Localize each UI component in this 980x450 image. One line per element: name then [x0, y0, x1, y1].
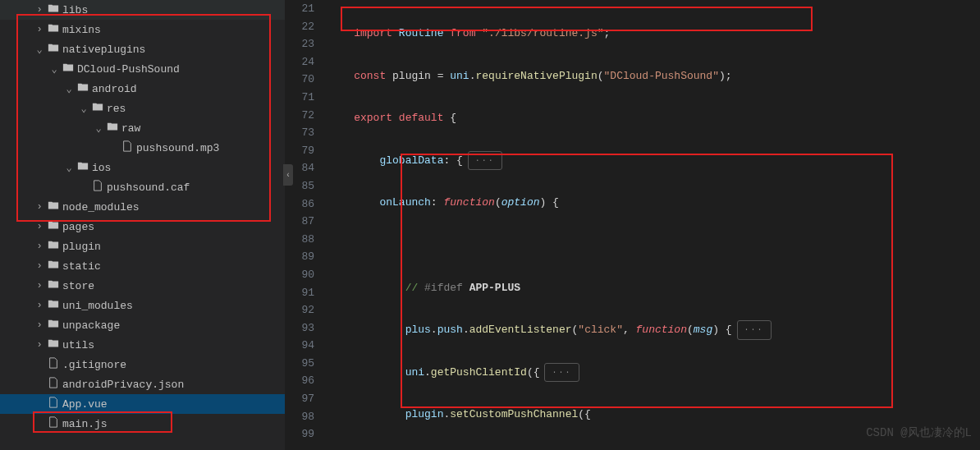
code-line: import Routine from "./libs/routine.js";	[328, 25, 980, 43]
line-number: 91	[286, 284, 314, 302]
chevron-right-icon: ›	[33, 339, 46, 351]
tree-label: static	[61, 260, 101, 273]
code-content[interactable]: import Routine from "./libs/routine.js";…	[322, 0, 980, 450]
line-number-gutter: 21 22 23 24 70 71 72 73 79 84 85 86 87 8…	[286, 0, 322, 450]
line-number: 87	[286, 213, 314, 231]
tree-label: libs	[61, 4, 88, 16]
tree-item-nativeplugins[interactable]: ⌄nativeplugins	[0, 39, 285, 59]
tree-item-dcloud-pushsound[interactable]: ⌄DCloud-PushSound	[0, 59, 285, 79]
tree-item-pushsound-caf[interactable]: pushsound.caf	[0, 177, 285, 197]
tree-item-libs[interactable]: ›libs	[0, 0, 285, 20]
tree-item-static[interactable]: ›static	[0, 256, 285, 276]
tree-label: pages	[61, 221, 94, 233]
line-number: 70	[286, 71, 314, 89]
tree-item-mixins[interactable]: ›mixins	[0, 20, 285, 39]
line-number: 97	[286, 390, 314, 408]
tree-item-res[interactable]: ⌄res	[0, 99, 285, 118]
tree-item-store[interactable]: ›store	[0, 276, 285, 296]
code-line: globalData: {···	[328, 152, 980, 170]
folder-icon	[90, 101, 105, 116]
chevron-down-icon: ⌄	[62, 83, 76, 95]
line-number: 71	[286, 89, 314, 107]
folder-icon	[46, 338, 61, 352]
code-line: const plugin = uni.requireNativePlugin("…	[328, 67, 980, 85]
tree-item-pages[interactable]: ›pages	[0, 217, 285, 236]
tree-label: uni_modules	[61, 300, 133, 312]
folder-icon	[46, 42, 61, 57]
file-icon	[46, 377, 61, 392]
line-number: 93	[286, 319, 314, 338]
tree-item-androidprivacy[interactable]: androidPrivacy.json	[0, 374, 285, 394]
chevron-down-icon: ⌄	[92, 122, 105, 135]
file-icon	[46, 416, 61, 431]
tree-label: nativeplugins	[61, 44, 145, 56]
folder-icon	[46, 259, 61, 273]
line-number: 22	[286, 18, 314, 36]
chevron-down-icon: ⌄	[33, 44, 46, 56]
tree-label: plugin	[61, 241, 101, 253]
fold-icon[interactable]: ···	[468, 151, 502, 171]
folder-icon	[46, 298, 61, 313]
line-number: 90	[286, 266, 314, 284]
code-editor[interactable]: 21 22 23 24 70 71 72 73 79 84 85 86 87 8…	[286, 0, 980, 450]
tree-item-raw[interactable]: ⌄raw	[0, 118, 285, 138]
line-number: 23	[286, 35, 314, 53]
folder-icon	[46, 278, 61, 293]
tree-label: androidPrivacy.json	[61, 379, 184, 391]
panel-collapse-handle[interactable]: ‹	[283, 164, 293, 186]
chevron-down-icon: ⌄	[62, 162, 76, 174]
line-number: 73	[286, 124, 314, 142]
tree-item-app-vue[interactable]: App.vue	[0, 394, 285, 414]
tree-label: pushsound.mp3	[135, 142, 219, 154]
tree-item-utils[interactable]: ›utils	[0, 335, 285, 355]
code-line: plus.push.addEventListener("click", func…	[328, 321, 980, 339]
line-number: 72	[286, 107, 314, 125]
folder-icon	[46, 239, 61, 254]
file-explorer-sidebar: ›libs ›mixins ⌄nativeplugins ⌄DCloud-Pus…	[0, 0, 286, 450]
chevron-right-icon: ›	[33, 260, 46, 272]
chevron-right-icon: ›	[33, 280, 46, 292]
code-line: onLaunch: function(option) {	[328, 194, 980, 212]
tree-label: App.vue	[61, 398, 108, 411]
folder-icon	[46, 2, 61, 17]
chevron-right-icon: ›	[33, 319, 46, 331]
tree-item-node-modules[interactable]: ›node_modules	[0, 197, 285, 217]
file-icon	[46, 357, 61, 372]
tree-label: mixins	[61, 24, 101, 36]
tree-item-uni-modules[interactable]: ›uni_modules	[0, 296, 285, 315]
tree-label: .gitignore	[61, 359, 126, 371]
fold-icon[interactable]: ···	[544, 363, 579, 383]
folder-icon	[46, 200, 61, 214]
tree-label: unpackage	[61, 319, 120, 332]
tree-item-unpackage[interactable]: ›unpackage	[0, 315, 285, 335]
tree-label: store	[61, 280, 94, 292]
code-line: // #ifdef APP-PLUS	[328, 279, 980, 297]
chevron-right-icon: ›	[33, 201, 46, 213]
file-icon	[120, 140, 135, 155]
line-number: 92	[286, 301, 314, 319]
tree-label: utils	[61, 339, 94, 351]
vue-file-icon	[46, 397, 61, 411]
tree-label: pushsound.caf	[105, 181, 190, 194]
tree-label: main.js	[61, 418, 108, 430]
tree-item-pushsound-mp3[interactable]: pushsound.mp3	[0, 138, 285, 158]
line-number: 79	[286, 142, 314, 160]
line-number: 96	[286, 372, 314, 390]
tree-item-ios[interactable]: ⌄ios	[0, 158, 285, 177]
tree-item-gitignore[interactable]: .gitignore	[0, 355, 285, 374]
folder-icon	[105, 121, 120, 135]
chevron-right-icon: ›	[33, 241, 46, 252]
chevron-right-icon: ›	[33, 221, 46, 232]
tree-item-android[interactable]: ⌄android	[0, 79, 285, 99]
line-number: 95	[286, 355, 314, 373]
folder-icon	[46, 318, 61, 333]
tree-item-main-js[interactable]: main.js	[0, 414, 285, 434]
folder-icon	[76, 81, 90, 96]
file-icon	[90, 180, 105, 195]
folder-icon	[46, 22, 61, 37]
chevron-down-icon: ⌄	[77, 103, 90, 115]
tree-item-plugin[interactable]: ›plugin	[0, 236, 285, 256]
folder-icon	[46, 219, 61, 234]
tree-label: node_modules	[61, 201, 140, 214]
fold-icon[interactable]: ···	[737, 320, 772, 340]
